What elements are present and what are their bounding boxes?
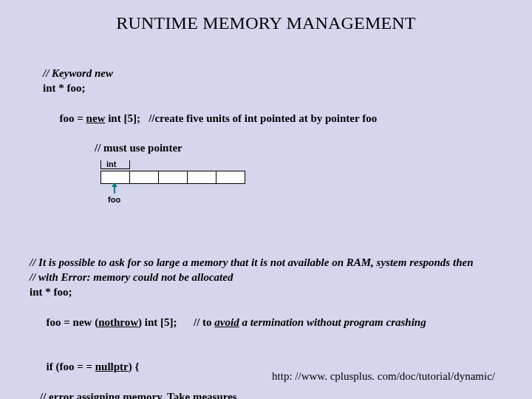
fragment: ) int [5]; // to — [138, 316, 214, 328]
comment-take-measures: // error assigning memory. Take measures… — [40, 389, 502, 399]
fragment: a termination without program crashing — [239, 316, 426, 328]
memory-diagram: int foo — [100, 159, 502, 203]
fragment: if (foo = = — [47, 361, 95, 372]
comment-keyword-new: // Keyword new — [43, 66, 502, 81]
foo-label: foo — [108, 194, 120, 205]
memory-cell — [216, 171, 245, 184]
comment-large-memory: // It is possible to ask for so large a … — [30, 255, 502, 270]
slide: RUNTIME MEMORY MANAGEMENT // Keyword new… — [0, 0, 532, 399]
memory-cell — [130, 171, 159, 184]
keyword-nothrow: nothrow — [98, 316, 138, 328]
int-label: int — [106, 159, 116, 170]
comment-error: // with Error: memory could not be alloc… — [30, 270, 502, 284]
assign-foo-nothrow: foo = new (nothrow) int [5]; // to avoid… — [30, 299, 502, 344]
assign-foo-new: foo = new int [5]; //create five units o… — [43, 96, 502, 141]
comment-must-use-pointer: // must use pointer — [95, 140, 502, 155]
decl-foo: int * foo; — [43, 81, 502, 95]
page-title: RUNTIME MEMORY MANAGEMENT — [30, 13, 502, 33]
memory-cells — [100, 171, 245, 184]
pointer-arrow-icon — [114, 183, 115, 194]
fragment: ) { — [129, 361, 140, 372]
fragment: foo = new ( — [47, 316, 99, 328]
memory-cell — [159, 171, 188, 184]
decl-foo-2: int * foo; — [30, 284, 502, 299]
keyword-avoid: avoid — [214, 316, 239, 328]
code-block-new: // Keyword new int * foo; foo = new int … — [43, 66, 502, 203]
fragment: foo = — [60, 112, 86, 124]
keyword-new: new — [86, 112, 106, 124]
source-url: http: //www. cplusplus. com/doc/tutorial… — [272, 370, 495, 383]
keyword-nullptr: nullptr — [95, 361, 129, 372]
memory-cell — [188, 171, 216, 184]
fragment: int [5]; //create five units of int poin… — [105, 112, 377, 124]
